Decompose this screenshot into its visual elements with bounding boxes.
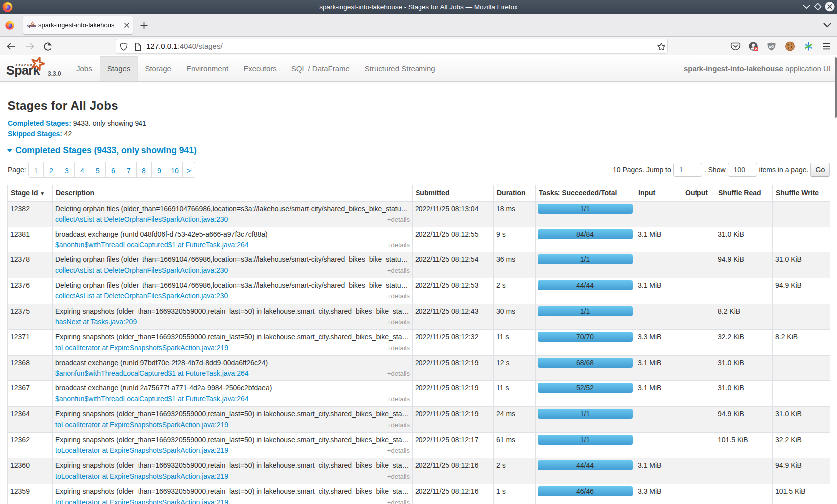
svg-text:Spark: Spark xyxy=(27,24,36,28)
svg-text:uO: uO xyxy=(769,44,774,49)
